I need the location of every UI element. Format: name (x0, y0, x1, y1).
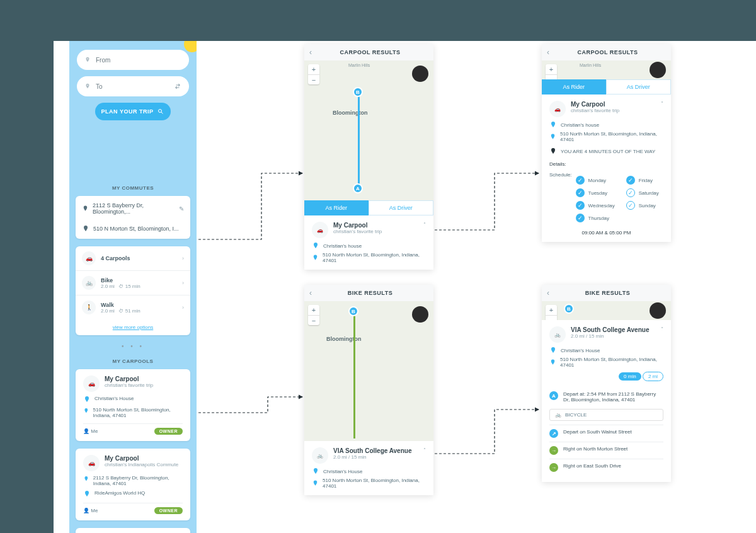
carpool-card-3[interactable]: 🚗 My Carpool (76, 528, 190, 533)
zoom-control[interactable]: +− (546, 305, 557, 320)
edit-icon[interactable]: ✎ (179, 205, 184, 212)
day-monday[interactable]: ✓Monday (576, 176, 615, 185)
layers-button[interactable] (412, 66, 428, 82)
from-field[interactable]: From (77, 50, 189, 70)
tab-as-rider[interactable]: As Rider (304, 200, 369, 215)
day-saturday[interactable]: ✓Saturday (626, 188, 659, 197)
chevron-up-icon[interactable]: ˄ (423, 222, 426, 227)
tab-as-rider[interactable]: As Rider (542, 79, 606, 95)
sun-icon (184, 41, 197, 52)
from-placeholder: From (96, 57, 110, 64)
direction-step: → Right on North Morton Street (549, 442, 663, 459)
schedule-heading: Schedule: (549, 172, 572, 222)
pin-icon (83, 407, 89, 415)
search-header: From To PLAN YOUR TRIP (69, 41, 197, 176)
layers-button[interactable] (412, 306, 428, 323)
details-heading: Details: (549, 161, 663, 167)
to-field[interactable]: To (77, 76, 189, 96)
day-tuesday[interactable]: ✓Tuesday (576, 188, 615, 197)
chevron-right-icon: › (182, 255, 184, 261)
tab-as-driver[interactable]: As Driver (369, 200, 434, 215)
rider-driver-tabs: As Rider As Driver (304, 200, 433, 215)
search-icon (157, 108, 164, 115)
pin-icon (312, 479, 319, 487)
zoom-in-button[interactable]: + (308, 64, 319, 74)
carpool-option-label: 4 Carpools (101, 255, 130, 261)
carpool-card-2[interactable]: 🚗 My Carpool christian's Indianapolis Co… (76, 449, 190, 520)
commute-dest[interactable]: 510 N Morton St, Bloomington, I... (76, 220, 190, 238)
header-title: BIKE RESULTS (312, 290, 428, 296)
arrow-right-icon: → (549, 446, 558, 455)
mode-badge: 🚲 BICYCLE (549, 409, 663, 421)
result-card[interactable]: 🚗 My Carpool christian's favorite trip ˄… (304, 215, 433, 270)
rider-driver-tabs: As Rider As Driver (542, 79, 671, 95)
chevron-right-icon: › (182, 304, 184, 311)
pin-icon (549, 121, 557, 129)
marker-a[interactable]: A (353, 183, 363, 193)
pager-dots[interactable]: • • • (69, 343, 197, 350)
bike-results-map-screen: ‹ BIKE RESULTS Bloomington +− B 🚲 VIA So… (304, 285, 433, 495)
walk-option[interactable]: 🚶 Walk 2.0 mi ⏱ 51 min › (76, 295, 190, 319)
pin-icon (84, 55, 91, 64)
tab-as-driver[interactable]: As Driver (606, 79, 672, 95)
plan-trip-button[interactable]: PLAN YOUR TRIP (95, 103, 171, 120)
chevron-down-icon[interactable]: ˅ (661, 326, 663, 332)
map[interactable]: Bloomington +− B (304, 301, 433, 441)
day-thursday[interactable]: ✓Thursday (576, 214, 615, 222)
swap-icon[interactable] (174, 83, 181, 90)
walk-icon: 🚶 (82, 301, 96, 314)
car-icon: 🚗 (83, 455, 100, 471)
zoom-control[interactable]: +− (308, 305, 319, 325)
pin-icon (549, 133, 556, 140)
bike-icon: 🚲 (312, 447, 328, 464)
svg-point-0 (159, 110, 162, 113)
header-title: BIKE RESULTS (549, 290, 666, 296)
result-card[interactable]: 🚲 VIA South College Avenue 2.0 mi / 15 m… (304, 441, 433, 495)
bike-icon: 🚲 (549, 326, 566, 343)
my-carpools-heading: MY CARPOOLS (69, 358, 197, 364)
day-sunday[interactable]: ✓Sunday (626, 201, 659, 210)
zoom-control[interactable]: +− (308, 64, 319, 84)
marker-b[interactable]: B (564, 304, 574, 314)
carpool-card-1[interactable]: 🚗 My Carpool christian's favorite trip C… (76, 369, 190, 441)
pin-icon (84, 82, 91, 91)
pin-icon (82, 205, 89, 212)
map[interactable]: +− Marlin Hills (542, 60, 671, 79)
day-friday[interactable]: ✓Friday (626, 176, 659, 185)
car-icon: 🚗 (82, 251, 96, 265)
layers-button[interactable] (650, 62, 666, 78)
layers-button[interactable] (650, 302, 666, 319)
pin-icon (312, 254, 319, 261)
pin-icon (83, 475, 89, 483)
map[interactable]: +− B (542, 301, 671, 320)
arrow-icon: ↗ (549, 429, 558, 438)
marker-a-icon: A (549, 391, 558, 400)
zoom-out-button[interactable]: − (308, 74, 319, 84)
person-icon: 👤 (83, 428, 89, 434)
header-bar: ‹ CARPOOL RESULTS (304, 44, 433, 60)
chevron-up-icon[interactable]: ˄ (423, 447, 426, 453)
header-title: CARPOOL RESULTS (312, 49, 428, 55)
chevron-right-icon: › (182, 280, 184, 286)
marker-b[interactable]: B (353, 87, 363, 97)
pin-icon (83, 396, 91, 403)
view-more-link[interactable]: view more options (76, 319, 190, 335)
trip-planner-screen: From To PLAN YOUR TRIP MY COMMUTES 2112 … (69, 41, 197, 533)
direction-step: A Depart at: 2:54 PM from 2112 S Bayberr… (549, 387, 663, 406)
header-bar: ‹ BIKE RESULTS (304, 285, 433, 301)
pin-icon (549, 147, 557, 155)
zoom-control[interactable]: +− (546, 64, 557, 79)
bike-icon: 🚲 (555, 412, 561, 418)
bike-option[interactable]: 🚲 Bike 2.0 mi ⏱ 15 min › (76, 270, 190, 295)
pin-icon (82, 225, 89, 232)
commute-origin[interactable]: 2112 S Bayberry Dr, Bloomington,... ✎ (76, 197, 190, 220)
schedule-times: 09:00 AM & 05:00 PM (549, 230, 663, 236)
map[interactable]: Marlin Hills Bloomington +− B A (304, 60, 433, 200)
chevron-down-icon[interactable]: ˅ (661, 101, 663, 106)
owner-badge: OWNER (154, 507, 183, 514)
direction-step: ↗ Depart on South Walnut Street (549, 425, 663, 442)
commute-card: 2112 S Bayberry Dr, Bloomington,... ✎ 51… (76, 196, 190, 239)
marker-b[interactable]: B (348, 306, 358, 316)
day-wednesday[interactable]: ✓Wednesday (576, 201, 615, 210)
carpool-option[interactable]: 🚗 4 Carpools › (76, 246, 190, 270)
